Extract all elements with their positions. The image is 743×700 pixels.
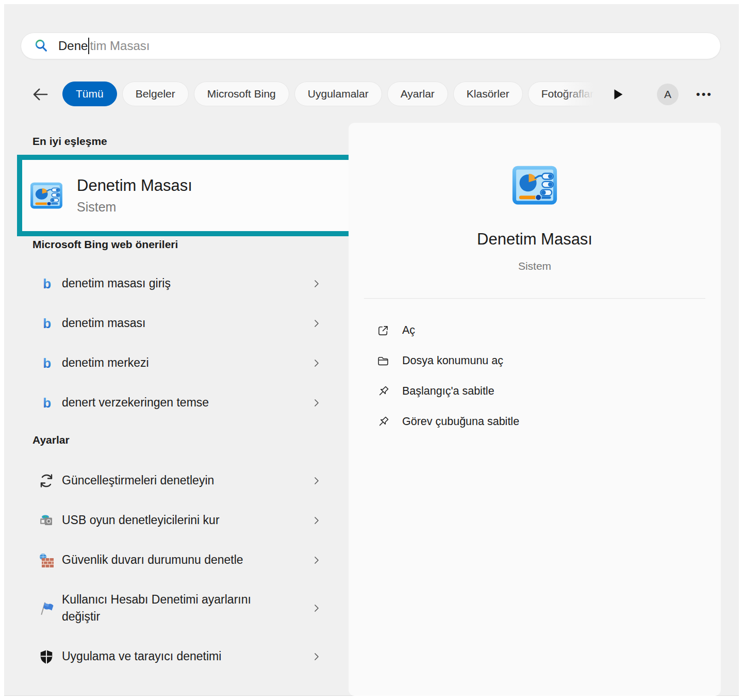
tab-uygulamalar[interactable]: Uygulamalar: [294, 82, 382, 106]
bing-suggestion-list: b denetim masası giriş b denetim masası …: [18, 264, 334, 422]
action-label: Görev çubuğuna sabitle: [402, 415, 519, 428]
best-match-subtitle: Sistem: [77, 200, 192, 215]
control-panel-icon-large: [511, 161, 558, 209]
chevron-right-icon[interactable]: [310, 396, 323, 410]
action-label: Dosya konumunu aç: [402, 354, 503, 367]
svg-text:b: b: [43, 396, 51, 410]
settings-label: Güvenlik duvarı durumunu denetle: [62, 551, 289, 568]
search-query-text: Denetim Masası: [58, 38, 150, 54]
search-filter-tabs: Tümü Belgeler Microsoft Bing Uygulamalar…: [62, 82, 598, 107]
bing-icon: b: [41, 356, 54, 370]
settings-label: Uygulama ve tarayıcı denetimi: [62, 648, 289, 665]
bing-suggestion-row[interactable]: b denetim merkezi: [18, 343, 334, 383]
settings-row-uac[interactable]: Kullanıcı Hesabı Denetimi ayarlarını değ…: [18, 580, 334, 637]
search-typed-text: Dene: [58, 39, 88, 53]
settings-row-usb-game-controllers[interactable]: USB oyun denetleyicilerini kur: [18, 500, 334, 540]
suggestion-label: denert verzekeringen temse: [62, 394, 289, 411]
svg-text:b: b: [43, 277, 51, 290]
chevron-right-icon[interactable]: [310, 554, 323, 567]
chevron-right-icon[interactable]: [310, 317, 323, 330]
tab-label: Klasörler: [467, 88, 509, 100]
tab-ayarlar[interactable]: Ayarlar: [387, 82, 448, 106]
suggestion-label: denetim merkezi: [62, 354, 289, 371]
preview-panel: Denetim Masası Sistem Aç: [349, 123, 721, 696]
back-button[interactable]: [30, 85, 51, 104]
best-match-title: Denetim Masası: [77, 176, 192, 195]
settings-row-check-updates[interactable]: Güncelleştirmeleri denetleyin: [18, 461, 334, 500]
refresh-icon: [38, 472, 55, 490]
firewall-icon: [38, 551, 55, 569]
preview-subtitle: Sistem: [349, 260, 721, 272]
tab-klasorler[interactable]: Klasörler: [453, 82, 523, 106]
settings-result-list: Güncelleştirmeleri denetleyin USB oyun d…: [18, 461, 334, 676]
settings-row-firewall[interactable]: Güvenlik duvarı durumunu denetle: [18, 540, 334, 580]
bing-section-header: Microsoft Bing web önerileri: [32, 238, 178, 251]
best-match-result[interactable]: Denetim Masası Sistem: [17, 155, 390, 236]
play-icon: [610, 87, 625, 102]
pin-icon: [376, 415, 390, 429]
uac-flag-icon: [38, 599, 55, 617]
suggestion-label: denetim masası: [62, 315, 289, 332]
folder-icon: [376, 354, 390, 368]
settings-row-app-browser-control[interactable]: Uygulama ve tarayıcı denetimi: [18, 637, 334, 676]
pin-icon: [376, 385, 390, 398]
suggestion-label: denetim masası giriş: [62, 275, 289, 292]
preview-title: Denetim Masası: [349, 230, 721, 249]
action-label: Başlangıç'a sabitle: [402, 385, 494, 398]
text-cursor: [88, 38, 89, 54]
tab-tumu[interactable]: Tümü: [62, 82, 117, 106]
tab-label: Ayarlar: [401, 88, 435, 100]
tab-label: Fotoğraflar: [541, 88, 594, 100]
svg-text:b: b: [43, 317, 51, 330]
bing-suggestion-row[interactable]: b denetim masası: [18, 303, 334, 343]
avatar-letter: A: [664, 88, 671, 101]
best-match-header: En iyi eşleşme: [32, 135, 107, 148]
open-icon: [376, 324, 390, 337]
chevron-right-icon[interactable]: [310, 277, 323, 290]
search-input[interactable]: Denetim Masası: [21, 32, 721, 59]
control-panel-icon: [29, 181, 63, 210]
action-open-file-location[interactable]: Dosya konumunu aç: [349, 346, 721, 376]
account-avatar[interactable]: A: [657, 84, 679, 105]
tab-label: Belgeler: [136, 88, 175, 100]
chevron-right-icon[interactable]: [310, 474, 323, 487]
windows-search-flyout: Denetim Masası Tümü Belgeler Microsoft B…: [0, 0, 743, 700]
back-arrow-icon: [30, 85, 50, 104]
search-icon: [34, 38, 49, 54]
best-match-text: Denetim Masası Sistem: [77, 176, 192, 215]
tab-belgeler[interactable]: Belgeler: [122, 82, 189, 106]
settings-label: Kullanıcı Hesabı Denetimi ayarlarını değ…: [62, 591, 289, 626]
chevron-right-icon[interactable]: [310, 356, 323, 370]
bing-suggestion-row[interactable]: b denetim masası giriş: [18, 264, 334, 303]
bing-suggestion-row[interactable]: b denert verzekeringen temse: [18, 383, 334, 422]
settings-label: Güncelleştirmeleri denetleyin: [62, 472, 289, 489]
ellipsis-icon: •••: [696, 88, 713, 101]
tab-label: Microsoft Bing: [207, 88, 276, 100]
preview-action-list: Aç Dosya konumunu aç: [349, 315, 721, 437]
settings-label: USB oyun denetleyicilerini kur: [62, 512, 289, 529]
bing-icon: b: [41, 396, 54, 410]
svg-text:b: b: [43, 356, 51, 370]
divider: [364, 298, 705, 299]
bing-icon: b: [41, 277, 54, 290]
chevron-right-icon[interactable]: [310, 650, 323, 663]
tab-fotograflar[interactable]: Fotoğraflar: [528, 82, 598, 106]
tab-microsoft-bing[interactable]: Microsoft Bing: [194, 82, 289, 106]
action-pin-to-taskbar[interactable]: Görev çubuğuna sabitle: [349, 406, 721, 437]
action-label: Aç: [402, 324, 415, 337]
chevron-right-icon[interactable]: [310, 601, 323, 615]
action-open[interactable]: Aç: [349, 315, 721, 346]
tabs-scroll-right-button[interactable]: [609, 86, 626, 103]
bing-icon: b: [41, 317, 54, 330]
usb-game-controller-icon: [38, 512, 55, 529]
tab-label: Tümü: [76, 88, 104, 100]
action-pin-to-start[interactable]: Başlangıç'a sabitle: [349, 376, 721, 406]
search-suggestion-text: tim Masası: [90, 39, 150, 53]
security-shield-icon: [38, 648, 55, 665]
chevron-right-icon[interactable]: [310, 514, 323, 527]
settings-section-header: Ayarlar: [32, 434, 70, 446]
tab-label: Uygulamalar: [308, 88, 369, 100]
more-options-button[interactable]: •••: [691, 85, 718, 104]
